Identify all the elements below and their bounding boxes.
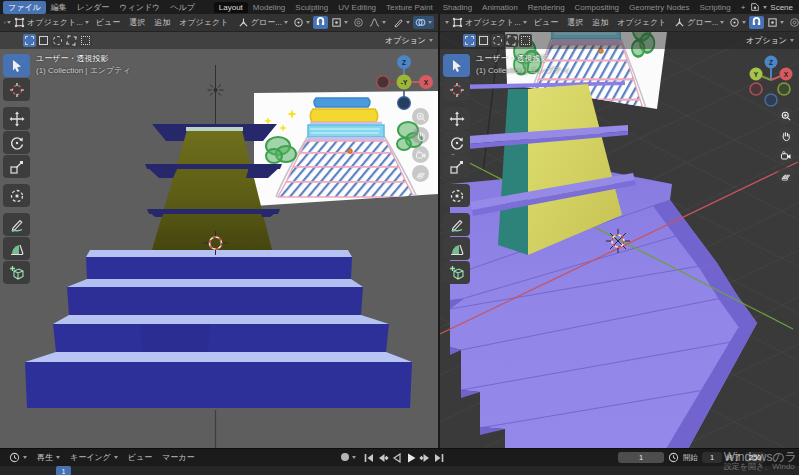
jump-to-end-button[interactable] (432, 452, 445, 463)
tab-shading[interactable]: Shading (438, 2, 477, 13)
menu-select[interactable]: 選択 (563, 17, 587, 28)
menu-playback[interactable]: 再生 (33, 452, 64, 463)
select-mode-paint[interactable] (79, 34, 92, 47)
proportional-editing[interactable] (787, 17, 799, 28)
menu-object[interactable]: オブジェクト (175, 17, 232, 28)
viewport-canvas-right[interactable]: オプション ユーザー・透視投影 (1) Collection | エンプティ (440, 32, 799, 449)
timeline-editor-selector[interactable] (5, 452, 31, 463)
tab-modeling[interactable]: Modeling (248, 2, 290, 13)
select-mode-paint[interactable] (519, 34, 532, 47)
proportional-falloff[interactable] (367, 17, 388, 28)
snap-toggle[interactable] (313, 16, 328, 29)
menu-add[interactable]: 追加 (588, 17, 612, 28)
tab-animation[interactable]: Animation (477, 2, 523, 13)
menu-file[interactable]: ファイル (3, 1, 46, 14)
select-mode-lasso[interactable] (65, 34, 78, 47)
menu-select[interactable]: 選択 (125, 17, 149, 28)
zoom-button[interactable] (412, 108, 429, 125)
options-dropdown[interactable]: オプション (385, 35, 433, 46)
next-keyframe-button[interactable] (418, 452, 431, 463)
menu-render[interactable]: レンダー (72, 1, 115, 14)
menu-marker[interactable]: マーカー (158, 452, 198, 463)
tab-rendering[interactable]: Rendering (523, 2, 570, 13)
snap-toggle[interactable] (749, 16, 764, 29)
tool-cursor[interactable] (3, 78, 30, 101)
end-frame-field[interactable]: 250 (745, 452, 765, 463)
playhead[interactable]: 1 (56, 466, 71, 475)
annotation-selector[interactable] (391, 17, 412, 28)
tab-geometry-nodes[interactable]: Geometry Nodes (624, 2, 694, 13)
prev-keyframe-button[interactable] (376, 452, 389, 463)
editor-type-icon[interactable] (4, 17, 6, 28)
tool-move[interactable] (3, 107, 30, 130)
start-frame-field[interactable]: 1 (702, 452, 722, 463)
tab-layout[interactable]: Layout (214, 2, 248, 13)
tool-scale[interactable] (3, 155, 30, 178)
viewport-canvas-left[interactable]: オプション ユーザー・透視投影 (1) Collection | エンプティ (0, 32, 438, 449)
tool-select-box[interactable] (3, 54, 30, 77)
menu-view[interactable]: ビュー (530, 17, 562, 28)
play-reverse-button[interactable] (390, 452, 403, 463)
overlays-toggle[interactable] (413, 16, 434, 29)
menu-window[interactable]: ウィンドウ (114, 1, 165, 14)
navigation-gizmo-right[interactable]: Z Y X (738, 47, 799, 107)
pivot-point[interactable] (727, 17, 748, 28)
scene-selector[interactable]: Scene (770, 3, 793, 12)
menu-edit[interactable]: 編集 (46, 1, 72, 14)
select-mode-box[interactable] (477, 34, 490, 47)
tool-add-cube[interactable] (3, 261, 30, 284)
pivot-point[interactable] (291, 17, 312, 28)
current-frame-field[interactable]: 1 (618, 452, 664, 463)
options-dropdown[interactable]: オプション (746, 35, 794, 46)
perspective-toggle-button[interactable] (412, 165, 429, 182)
tool-transform[interactable] (443, 184, 470, 207)
snap-target[interactable] (329, 17, 350, 28)
camera-view-button[interactable] (777, 147, 794, 164)
transform-orientation[interactable]: グロー... (236, 17, 290, 28)
tool-measure[interactable] (443, 237, 470, 260)
mode-selector[interactable]: オブジェクト... (12, 17, 91, 28)
tool-scale[interactable] (443, 155, 470, 178)
tool-rotate[interactable] (443, 131, 470, 154)
select-mode-tweak[interactable] (23, 34, 36, 47)
select-mode-box[interactable] (37, 34, 50, 47)
tab-uv-editing[interactable]: UV Editing (333, 2, 381, 13)
tool-cursor[interactable] (443, 78, 470, 101)
tab-scripting[interactable]: Scripting (695, 2, 736, 13)
add-workspace-button[interactable]: + (736, 2, 751, 13)
auto-key-button[interactable] (341, 453, 356, 461)
menu-object[interactable]: オブジェクト (613, 17, 670, 28)
timeline-track[interactable]: 1 (0, 466, 799, 475)
tool-annotate[interactable] (3, 213, 30, 236)
menu-add[interactable]: 追加 (150, 17, 174, 28)
perspective-toggle-button[interactable] (777, 167, 794, 184)
tool-measure[interactable] (3, 237, 30, 260)
menu-help[interactable]: ヘルプ (165, 1, 200, 14)
mode-selector[interactable]: オブジェクト... (450, 17, 529, 28)
proportional-editing[interactable] (351, 17, 366, 28)
select-mode-lasso[interactable] (505, 34, 518, 47)
tool-annotate[interactable] (443, 213, 470, 236)
zoom-button[interactable] (777, 107, 794, 124)
chevron-down-icon[interactable] (763, 6, 767, 9)
menu-view[interactable]: ビュー (92, 17, 124, 28)
navigation-gizmo-left[interactable]: Z X -Y (374, 46, 438, 112)
tool-rotate[interactable] (3, 131, 30, 154)
tab-texture-paint[interactable]: Texture Paint (381, 2, 438, 13)
transform-orientation[interactable]: グロー... (672, 17, 726, 28)
play-button[interactable] (404, 452, 417, 463)
tool-select-box[interactable] (443, 54, 470, 77)
tab-sculpting[interactable]: Sculpting (290, 2, 333, 13)
select-mode-tweak[interactable] (463, 34, 476, 47)
pan-button[interactable] (777, 127, 794, 144)
tab-compositing[interactable]: Compositing (570, 2, 624, 13)
camera-view-button[interactable] (412, 146, 429, 163)
menu-view-timeline[interactable]: ビュー (124, 452, 156, 463)
tool-transform[interactable] (3, 184, 30, 207)
pan-button[interactable] (412, 127, 429, 144)
select-mode-circle[interactable] (491, 34, 504, 47)
select-mode-circle[interactable] (51, 34, 64, 47)
menu-keying[interactable]: キーイング (66, 452, 122, 463)
jump-to-start-button[interactable] (362, 452, 375, 463)
tool-move[interactable] (443, 107, 470, 130)
